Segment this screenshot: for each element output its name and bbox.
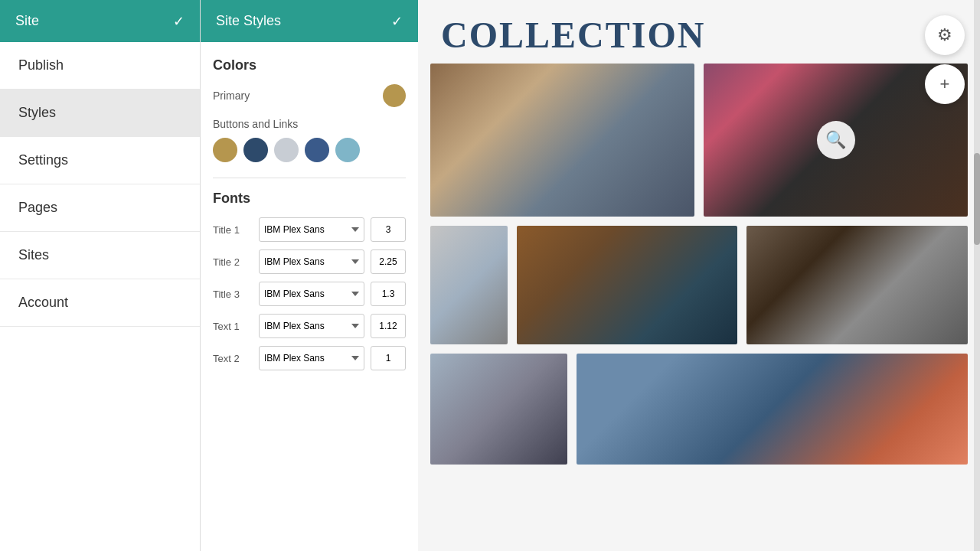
panel-title: Site Styles [216, 13, 281, 29]
settings-button[interactable]: ⚙ [925, 15, 965, 55]
photo-suits [430, 64, 694, 217]
fonts-section: Fonts Title 1 IBM Plex Sans Title 2 IBM … [213, 191, 406, 370]
font-select-title1[interactable]: IBM Plex Sans [259, 217, 364, 242]
sidebar-item-styles[interactable]: Styles [0, 90, 200, 137]
color-swatch-2[interactable] [243, 138, 268, 162]
font-row-title2: Title 2 IBM Plex Sans [213, 249, 406, 274]
gear-icon: ⚙ [937, 25, 952, 45]
panel-header: Site Styles ✓ [201, 0, 418, 42]
photo-woman [577, 354, 968, 465]
scroll-thumb[interactable] [974, 153, 980, 245]
primary-row: Primary [213, 84, 406, 107]
plus-icon: + [940, 74, 950, 94]
photo-row-2 [418, 226, 980, 354]
sidebar-item-account[interactable]: Account [0, 279, 200, 327]
color-swatch-3[interactable] [274, 138, 299, 162]
sidebar-title: Site [15, 13, 39, 29]
color-swatch-5[interactable] [335, 138, 360, 162]
sidebar-item-publish[interactable]: Publish [0, 42, 200, 90]
font-label-text1: Text 1 [213, 321, 253, 332]
sidebar: Site ✓ Publish Styles Settings Pages Sit… [0, 0, 200, 551]
colors-section-title: Colors [213, 57, 406, 73]
font-row-text2: Text 2 IBM Plex Sans [213, 346, 406, 370]
font-size-title2[interactable] [371, 249, 406, 274]
photo-left1 [430, 226, 508, 344]
font-label-title2: Title 2 [213, 256, 253, 268]
sidebar-nav: Publish Styles Settings Pages Sites Acco… [0, 42, 200, 551]
main-content: COLLECTION 🔍 ⚙ + [418, 0, 980, 551]
section-divider [213, 178, 406, 178]
panel-check-icon[interactable]: ✓ [391, 13, 403, 30]
sidebar-header: Site ✓ [0, 0, 200, 42]
photo-girl-river [517, 226, 738, 344]
color-swatches [213, 138, 406, 162]
colors-section: Colors Primary Buttons and Links [213, 57, 406, 162]
search-overlay[interactable]: 🔍 [817, 121, 855, 159]
search-icon: 🔍 [825, 130, 846, 150]
font-label-title3: Title 3 [213, 289, 253, 300]
font-select-text2[interactable]: IBM Plex Sans [259, 346, 364, 370]
font-row-title3: Title 3 IBM Plex Sans [213, 282, 406, 306]
font-label-text2: Text 2 [213, 353, 253, 364]
sidebar-check-icon[interactable]: ✓ [173, 13, 185, 30]
fonts-section-title: Fonts [213, 191, 406, 207]
font-size-title3[interactable] [371, 282, 406, 306]
photo-city [746, 226, 968, 344]
font-select-title2[interactable]: IBM Plex Sans [259, 249, 364, 274]
font-label-title1: Title 1 [213, 224, 253, 236]
font-row-title1: Title 1 IBM Plex Sans [213, 217, 406, 242]
sidebar-item-pages[interactable]: Pages [0, 184, 200, 232]
font-row-text1: Text 1 IBM Plex Sans [213, 314, 406, 338]
right-buttons: ⚙ + [925, 15, 965, 104]
color-swatch-1[interactable] [213, 138, 237, 162]
primary-label: Primary [213, 90, 250, 102]
panel-content: Colors Primary Buttons and Links Fonts T… [201, 42, 418, 551]
photo-row-1: 🔍 [418, 64, 980, 226]
primary-color-swatch[interactable] [383, 84, 406, 107]
add-button[interactable]: + [925, 64, 965, 104]
font-select-title3[interactable]: IBM Plex Sans [259, 282, 364, 306]
scrollbar[interactable] [974, 0, 980, 551]
photo-left2 [430, 354, 567, 465]
sidebar-item-sites[interactable]: Sites [0, 232, 200, 279]
font-size-text2[interactable] [371, 346, 406, 370]
styles-panel: Site Styles ✓ Colors Primary Buttons and… [200, 0, 418, 551]
color-swatch-4[interactable] [305, 138, 329, 162]
photo-row-3 [418, 354, 980, 474]
sidebar-item-settings[interactable]: Settings [0, 137, 200, 184]
buttons-links-label: Buttons and Links [213, 118, 406, 130]
font-size-text1[interactable] [371, 314, 406, 338]
collection-title: COLLECTION [418, 0, 980, 64]
font-select-text1[interactable]: IBM Plex Sans [259, 314, 364, 338]
font-size-title1[interactable] [371, 217, 406, 242]
